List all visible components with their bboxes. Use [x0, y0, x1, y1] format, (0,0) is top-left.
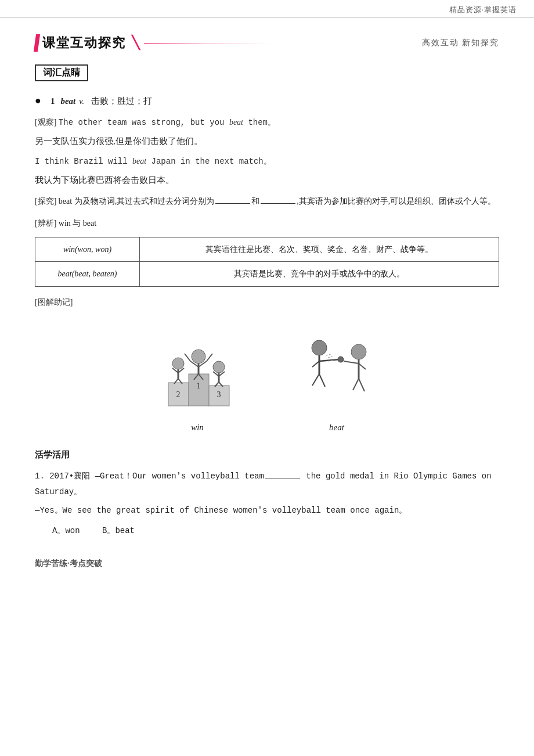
slash-right-icon: ╲: [132, 35, 139, 51]
sentence1-cn: 另一支队伍实力很强,但是你们击败了他们。: [35, 133, 499, 150]
observe-section: [观察] The other team was strong, but you …: [35, 115, 499, 131]
title-underline: [144, 43, 272, 44]
svg-text:3: 3: [217, 390, 221, 399]
beat-image-box: beat: [290, 322, 383, 436]
vocab-entry-1: ● 1 beat v. 击败；胜过；打: [35, 91, 499, 110]
sentence1-en: The other team was strong, but you beat …: [59, 118, 276, 127]
activity-section: 活学活用 1. 2017•襄阳 —Great！Our women's volle…: [35, 447, 499, 539]
section-title: 课堂互动探究: [42, 34, 126, 52]
option-a: A。won: [52, 526, 80, 535]
option-b: B。beat: [102, 526, 135, 535]
svg-line-39: [326, 354, 331, 355]
question1-options: A。won B。beat: [35, 523, 499, 539]
vocab-meaning: 击败；胜过；打: [91, 93, 152, 110]
brand-text: 精品资源·掌握英语: [449, 5, 517, 15]
svg-line-29: [312, 361, 319, 367]
table-cell-win-word: win(won, won): [35, 237, 140, 262]
bullet-icon: ●: [35, 91, 41, 110]
main-content: ● 1 beat v. 击败；胜过；打 [观察] The other team …: [35, 91, 499, 571]
svg-line-40: [328, 357, 333, 358]
explore-label: [探究]: [35, 197, 56, 206]
svg-point-26: [312, 340, 327, 355]
svg-line-37: [353, 379, 359, 390]
table-row: win(won, won) 其宾语往往是比赛、名次、奖项、奖金、名誉、财产、战争…: [35, 237, 499, 262]
svg-line-30: [312, 374, 319, 386]
pink-bar-icon: [34, 34, 40, 52]
svg-point-32: [338, 357, 344, 362]
sentence2-cn: 我认为下场比赛巴西将会击败日本。: [35, 172, 499, 189]
svg-point-20: [213, 361, 225, 373]
svg-line-13: [207, 354, 212, 361]
beat-illustration: [290, 322, 383, 415]
question1-text: —Great！Our women's volleyball team the g…: [35, 471, 492, 496]
table-row: beat(beat, beaten) 其宾语是比赛、竞争中的对手或战争中的敌人。: [35, 262, 499, 286]
vocab-number: 1: [50, 93, 55, 110]
diagram-label: [图解助记]: [35, 295, 499, 311]
activity-title: 活学活用: [35, 447, 499, 463]
analyze-section: [辨析] win 与 beat: [35, 216, 499, 232]
win-illustration: 2 1 3: [151, 322, 244, 415]
vocab-section-header: 词汇点睛: [35, 64, 499, 81]
compare-table: win(won, won) 其宾语往往是比赛、名次、奖项、奖金、名誉、财产、战争…: [35, 237, 499, 286]
table-cell-beat-desc: 其宾语是比赛、竞争中的对手或战争中的敌人。: [140, 262, 499, 286]
beat-label: beat: [329, 419, 344, 436]
explore-section: [探究] beat 为及物动词,其过去式和过去分词分别为和,其宾语为参加比赛的对…: [35, 194, 499, 208]
question1-wrapper: 1. 2017•襄阳 —Great！Our women's volleyball…: [35, 469, 499, 499]
svg-point-6: [192, 350, 205, 363]
svg-text:1: 1: [197, 381, 201, 390]
top-header: 精品资源·掌握英语: [0, 0, 534, 18]
diagram-bracket-label: [图解助记]: [35, 298, 73, 307]
win-image-box: 2 1 3: [151, 322, 244, 436]
image-area: 2 1 3: [35, 322, 499, 436]
question1-source: 2017•襄阳: [49, 471, 90, 481]
svg-point-14: [172, 358, 184, 369]
analyze-title: win 与 beat: [59, 219, 96, 228]
svg-line-12: [185, 354, 190, 361]
analyze-label: [辨析]: [35, 219, 56, 228]
question1-continuation: —Yes。We see the great spirit of Chinese …: [35, 503, 499, 519]
question1-number: 1.: [35, 471, 49, 481]
sentence2-en-wrapper: I think Brazil will beat Japan in the ne…: [35, 154, 499, 170]
svg-line-38: [359, 379, 365, 391]
vocab-label: 词汇点睛: [35, 64, 88, 81]
italic-beat-2: beat: [132, 157, 146, 165]
table-cell-beat-word: beat(beat, beaten): [35, 262, 140, 286]
win-label: win: [191, 419, 204, 436]
section-subtitle: 高效互动 新知探究: [422, 38, 500, 48]
vocab-word: beat: [60, 93, 75, 110]
observe-label: [观察]: [35, 118, 56, 127]
svg-point-33: [351, 344, 366, 359]
explore-text: beat 为及物动词,其过去式和过去分词分别为和,其宾语为参加比赛的对手,可以是…: [59, 197, 496, 206]
italic-beat-1: beat: [229, 118, 243, 127]
section-title-wrapper: 课堂互动探究 ╲: [35, 34, 272, 52]
vocab-pos: v.: [79, 94, 84, 110]
table-cell-win-desc: 其宾语往往是比赛、名次、奖项、奖金、名誉、财产、战争等。: [140, 237, 499, 262]
svg-line-31: [319, 374, 325, 387]
sentence2-en: I think Brazil will beat Japan in the ne…: [35, 157, 272, 166]
svg-line-36: [359, 363, 366, 369]
svg-text:2: 2: [176, 390, 181, 399]
footer-text: 勤学苦练·考点突破: [35, 556, 499, 572]
svg-line-35: [344, 361, 359, 363]
